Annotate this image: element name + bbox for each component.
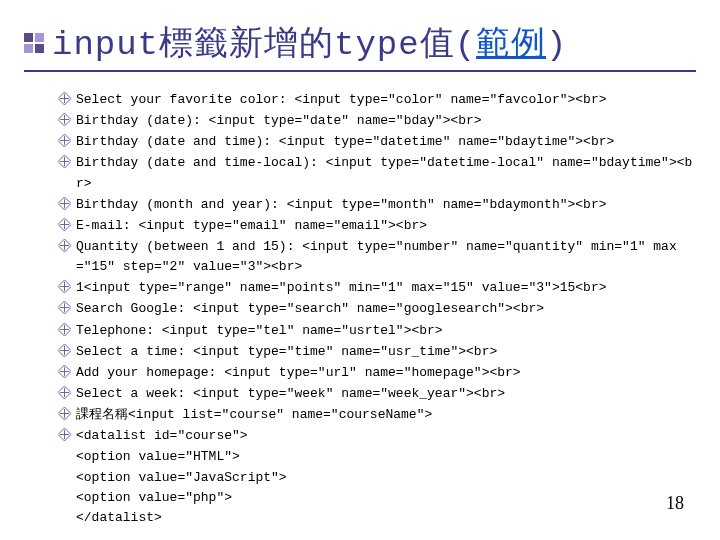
- svg-line-15: [58, 134, 65, 141]
- list-item: Birthday (month and year): <input type="…: [52, 195, 696, 215]
- svg-line-48: [64, 301, 71, 308]
- bullet-icon: [52, 237, 76, 252]
- svg-line-39: [58, 239, 65, 246]
- svg-line-9: [58, 113, 65, 120]
- bullet-icon: [52, 299, 76, 314]
- list-item-text: Select your favorite color: <input type=…: [76, 90, 696, 110]
- svg-line-12: [64, 134, 71, 141]
- list-item: Select a time: <input type="time" name="…: [52, 342, 696, 362]
- svg-line-61: [64, 350, 71, 357]
- svg-line-27: [58, 197, 65, 204]
- svg-line-42: [64, 280, 71, 287]
- svg-line-54: [64, 323, 71, 330]
- svg-line-24: [64, 197, 71, 204]
- bullet-icon: [52, 384, 76, 399]
- grid-icon: [24, 33, 44, 53]
- list-item: Add your homepage: <input type="url" nam…: [52, 363, 696, 383]
- svg-line-2: [58, 99, 65, 106]
- svg-line-44: [58, 287, 65, 294]
- list-item: <datalist id="course">: [52, 426, 696, 446]
- svg-line-60: [64, 344, 71, 351]
- bullet-icon: [52, 363, 76, 378]
- list-item-text: Search Google: <input type="search" name…: [76, 299, 696, 319]
- svg-line-50: [58, 308, 65, 315]
- svg-line-84: [64, 428, 71, 435]
- svg-line-86: [58, 435, 65, 442]
- bullet-icon: [52, 132, 76, 147]
- svg-line-0: [64, 92, 71, 99]
- list-item: Quantity (between 1 and 15): <input type…: [52, 237, 696, 277]
- list-item-text: Telephone: <input type="tel" name="usrte…: [76, 321, 696, 341]
- svg-line-18: [64, 155, 71, 162]
- svg-line-1: [64, 99, 71, 106]
- svg-line-80: [58, 414, 65, 421]
- svg-line-74: [58, 392, 65, 399]
- list-item-text: </datalist>: [52, 508, 696, 528]
- svg-line-66: [64, 365, 71, 372]
- svg-line-87: [58, 428, 65, 435]
- title-link[interactable]: 範例: [476, 26, 546, 64]
- svg-line-75: [58, 386, 65, 393]
- svg-line-31: [64, 224, 71, 231]
- list-item-text: E-mail: <input type="email" name="email"…: [76, 216, 696, 236]
- svg-line-63: [58, 344, 65, 351]
- svg-line-55: [64, 329, 71, 336]
- svg-line-26: [58, 203, 65, 210]
- bullet-icon: [52, 153, 76, 168]
- list-item-text: <option value="php">: [52, 488, 696, 508]
- svg-line-32: [58, 224, 65, 231]
- list-item: 1<input type="range" name="points" min="…: [52, 278, 696, 298]
- svg-line-14: [58, 141, 65, 148]
- list-item-text: Birthday (month and year): <input type="…: [76, 195, 696, 215]
- svg-line-13: [64, 141, 71, 148]
- svg-line-49: [64, 308, 71, 315]
- svg-line-56: [58, 329, 65, 336]
- svg-line-20: [58, 162, 65, 169]
- list-item-text: Birthday (date and time): <input type="d…: [76, 132, 696, 152]
- list-item-text: Birthday (date and time-local): <input t…: [76, 153, 696, 193]
- slide: input標籤新增的type值(範例) Select your favorite…: [0, 0, 720, 540]
- list-item-text: Select a week: <input type="week" name="…: [76, 384, 696, 404]
- list-item: Search Google: <input type="search" name…: [52, 299, 696, 319]
- svg-line-25: [64, 203, 71, 210]
- list-item-text: 1<input type="range" name="points" min="…: [76, 278, 696, 298]
- bullet-icon: [52, 278, 76, 293]
- svg-line-78: [64, 407, 71, 414]
- list-item-text: Select a time: <input type="time" name="…: [76, 342, 696, 362]
- list-item-text: 課程名稱<input list="course" name="courseNam…: [76, 405, 696, 425]
- svg-line-6: [64, 113, 71, 120]
- svg-line-51: [58, 301, 65, 308]
- svg-line-21: [58, 155, 65, 162]
- list-item: Select a week: <input type="week" name="…: [52, 384, 696, 404]
- svg-line-3: [58, 92, 65, 99]
- svg-line-43: [64, 287, 71, 294]
- bullet-icon: [52, 195, 76, 210]
- svg-line-8: [58, 120, 65, 127]
- svg-line-57: [58, 323, 65, 330]
- bullet-icon: [52, 111, 76, 126]
- bullet-icon: [52, 405, 76, 420]
- svg-line-30: [64, 218, 71, 225]
- bullet-icon: [52, 321, 76, 336]
- svg-line-62: [58, 350, 65, 357]
- title-row: input標籤新增的type值(範例): [24, 20, 696, 72]
- list-item-text: Quantity (between 1 and 15): <input type…: [76, 237, 696, 277]
- list-item: E-mail: <input type="email" name="email"…: [52, 216, 696, 236]
- page-number: 18: [666, 493, 684, 514]
- bullet-icon: [52, 216, 76, 231]
- svg-line-45: [58, 280, 65, 287]
- svg-line-7: [64, 120, 71, 127]
- svg-line-37: [64, 245, 71, 252]
- svg-line-19: [64, 162, 71, 169]
- svg-line-68: [58, 371, 65, 378]
- bullet-icon: [52, 90, 76, 105]
- svg-line-69: [58, 365, 65, 372]
- bullet-icon: [52, 426, 76, 441]
- svg-line-73: [64, 392, 71, 399]
- list-item: Telephone: <input type="tel" name="usrte…: [52, 321, 696, 341]
- svg-line-38: [58, 245, 65, 252]
- list-item-text: <option value="JavaScript">: [52, 468, 696, 488]
- svg-line-81: [58, 407, 65, 414]
- content-list: Select your favorite color: <input type=…: [24, 90, 696, 528]
- svg-line-85: [64, 435, 71, 442]
